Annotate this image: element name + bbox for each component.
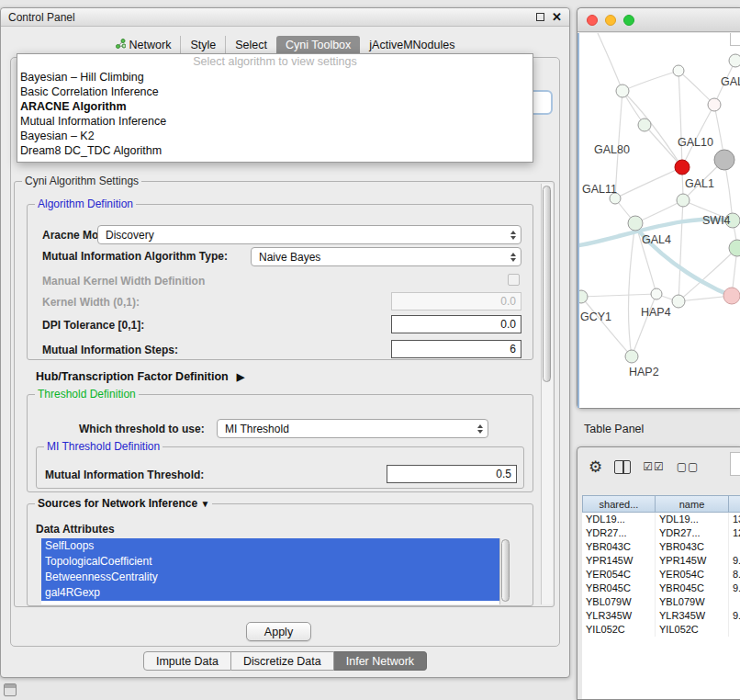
network-node-label: GCY1 [580, 310, 611, 323]
aracne-mode-select[interactable]: Discovery [97, 225, 521, 244]
mi-steps-field[interactable] [391, 340, 521, 358]
table-cell: YBR045C [582, 581, 656, 595]
data-attributes-list: SelfLoopsTopologicalCoefficientBetweenne… [41, 538, 511, 604]
network-edge[interactable] [598, 33, 622, 91]
table-row[interactable]: YLR345WYLR345W9. [582, 609, 740, 623]
manual-kernel-checkbox[interactable] [508, 274, 520, 286]
network-node[interactable] [625, 350, 638, 363]
dropdown-item-basic-correlation-inference[interactable]: Basic Correlation Inference [17, 85, 533, 99]
table-row[interactable]: YBL079WYBL079W [582, 595, 740, 609]
attr-item-betweennesscentrality[interactable]: BetweennessCentrality [41, 570, 499, 585]
attr-item-topologicalcoefficient[interactable]: TopologicalCoefficient [41, 554, 499, 570]
network-node[interactable] [651, 288, 662, 299]
tab-style[interactable]: Style [180, 36, 225, 55]
expand-down-icon: ▼ [200, 499, 209, 509]
attr-list-scrollbar-thumb[interactable] [501, 539, 510, 602]
select-all-checkboxes-icon[interactable]: ☑☑ [643, 460, 665, 473]
settings-scrollbar-thumb[interactable] [543, 186, 551, 382]
bottom-tab-discretize-data[interactable]: Discretize Data [231, 651, 334, 671]
tab-cyni-toolbox[interactable]: Cyni Toolbox [276, 36, 360, 55]
network-edge[interactable] [632, 294, 656, 356]
bottom-tab-impute-data[interactable]: Impute Data [143, 651, 231, 671]
table-row[interactable]: YDR27...YDR27...12 [582, 526, 740, 540]
network-node[interactable] [708, 98, 721, 111]
algorithm-dropdown-popup: Select algorithm to view settings Bayesi… [17, 53, 533, 163]
network-node[interactable] [723, 288, 740, 304]
network-canvas-svg[interactable]: GAL7GAL80GAL10GAL11GAL1SWI4GAL4GCY1HAP4H… [579, 33, 740, 410]
tab-network[interactable]: Network [107, 36, 181, 55]
network-node[interactable] [628, 216, 643, 231]
network-edge[interactable] [678, 71, 714, 105]
network-node-label: GAL80 [594, 143, 630, 156]
network-node[interactable] [616, 85, 629, 97]
network-scroll-corner [730, 33, 740, 46]
network-node[interactable] [579, 290, 588, 303]
table-cell: 12 [729, 526, 740, 540]
sources-toggle[interactable]: Sources for Network Inference ▼ [35, 497, 212, 510]
close-icon[interactable]: ✕ [552, 11, 562, 23]
float-window-icon[interactable] [536, 13, 544, 21]
mi-threshold-field[interactable] [387, 465, 517, 483]
dropdown-item-bayesian-hill-climbing[interactable]: Bayesian – Hill Climbing [17, 70, 533, 85]
network-edge[interactable] [635, 200, 683, 223]
table-cell: YBL079W [656, 595, 729, 609]
mi-type-select[interactable]: Naive Bayes [251, 247, 521, 266]
bottom-tab-infer-network[interactable]: Infer Network [334, 651, 427, 671]
columns-icon[interactable] [614, 460, 631, 474]
deselect-all-checkboxes-icon[interactable]: ▢▢ [677, 460, 700, 473]
network-node[interactable] [729, 54, 740, 67]
zoom-traffic-light-icon[interactable] [623, 15, 634, 26]
table-panel-window: ⚙ ☑☑ ▢▢ shared...name YDL19...YDL19...13… [577, 446, 740, 700]
network-node[interactable] [638, 119, 651, 131]
network-edge[interactable] [628, 223, 635, 356]
table-row[interactable]: YPR145WYPR145W9. [582, 554, 740, 568]
column-header-extra[interactable] [729, 495, 740, 513]
column-header-shared[interactable]: shared... [582, 495, 656, 513]
tab-select[interactable]: Select [225, 36, 276, 55]
attr-item-selfloops[interactable]: SelfLoops [41, 538, 499, 554]
network-edge[interactable] [622, 71, 678, 91]
table-row[interactable]: YBR043CYBR043C [582, 540, 740, 554]
network-node[interactable] [677, 194, 690, 207]
table-cell: YLR345W [582, 609, 656, 623]
network-node[interactable] [673, 65, 684, 76]
which-threshold-select[interactable]: MI Threshold [217, 419, 488, 438]
kernel-width-field[interactable] [391, 292, 521, 310]
table-row[interactable]: YDL19...YDL19...13 [582, 513, 740, 526]
attr-list-scrollbar[interactable] [499, 538, 511, 604]
network-node[interactable] [672, 295, 685, 308]
network-canvas[interactable]: GAL7GAL80GAL10GAL11GAL1SWI4GAL4GCY1HAP4H… [577, 33, 740, 408]
network-edge[interactable] [622, 91, 682, 167]
table-row[interactable]: YBR045CYBR045C9. [582, 581, 740, 595]
network-node[interactable] [714, 150, 734, 170]
attr-item-gal4rgexp[interactable]: gal4RGexp [41, 585, 499, 601]
titlebar-icons: ✕ [536, 11, 562, 23]
dropdown-item-aracne-algorithm[interactable]: ARACNE Algorithm [17, 99, 533, 114]
table-row[interactable]: YER054CYER054C8. [582, 568, 740, 581]
close-traffic-light-icon[interactable] [587, 15, 598, 26]
dpi-tolerance-field[interactable] [391, 315, 521, 333]
hub-definition-toggle[interactable]: Hub/Transcription Factor Definition ▶ [36, 370, 244, 383]
minimize-traffic-light-icon[interactable] [605, 15, 616, 26]
apply-button[interactable]: Apply [246, 622, 311, 641]
network-edge[interactable] [615, 167, 682, 198]
dropdown-item-bayesian-k2[interactable]: Bayesian – K2 [17, 129, 533, 143]
gear-icon[interactable]: ⚙ [589, 459, 602, 475]
dock-panel-icon[interactable] [4, 683, 17, 696]
network-node[interactable] [675, 160, 690, 175]
network-edge[interactable] [678, 200, 683, 301]
table-cell: YIL052C [582, 623, 656, 637]
network-edge[interactable] [581, 297, 632, 356]
dropdown-item-dream8-dc-tdc-algorithm[interactable]: Dream8 DC_TDC Algorithm [17, 143, 533, 158]
dropdown-item-mutual-information-inference[interactable]: Mutual Information Inference [17, 114, 533, 129]
table-toolbar: ⚙ ☑☑ ▢▢ [589, 453, 699, 480]
network-view-window: GAL7GAL80GAL10GAL11GAL1SWI4GAL4GCY1HAP4H… [577, 7, 740, 409]
network-edge[interactable] [581, 294, 656, 297]
tab-label: jActiveMNodules [369, 39, 454, 51]
network-edge[interactable] [645, 125, 682, 167]
tab-jactivemnodules[interactable]: jActiveMNodules [360, 36, 464, 55]
column-header-name[interactable]: name [656, 495, 729, 513]
table-row[interactable]: YIL052CYIL052C [582, 623, 740, 637]
network-edge[interactable] [678, 71, 682, 167]
settings-scrollbar[interactable] [541, 184, 553, 604]
